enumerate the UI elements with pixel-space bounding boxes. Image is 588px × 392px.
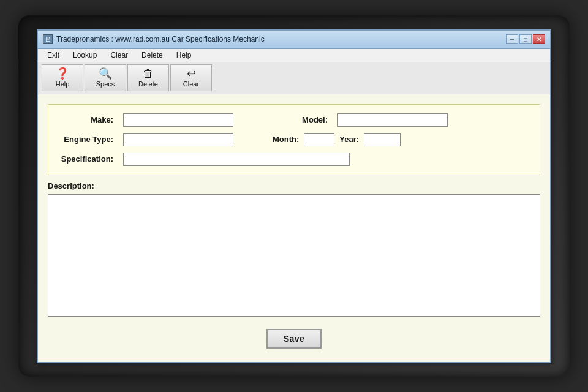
form-section: Make: Model: Engine Type: Month: Year: [48, 104, 540, 175]
description-section: Description: [48, 181, 540, 317]
application-window: 🖹 Tradepronamics : www.rad.com.au Car Sp… [37, 29, 551, 363]
close-button[interactable]: ✕ [533, 34, 545, 44]
menu-help[interactable]: Help [170, 49, 198, 61]
specification-input[interactable] [123, 153, 350, 166]
title-bar: 🖹 Tradepronamics : www.rad.com.au Car Sp… [38, 31, 550, 49]
clear-icon: ↩ [187, 68, 196, 79]
main-content: Make: Model: Engine Type: Month: Year: [38, 94, 550, 362]
delete-button[interactable]: 🗑 Delete [127, 64, 169, 91]
engine-type-label: Engine Type: [58, 135, 113, 144]
make-label: Make: [58, 115, 113, 124]
menu-lookup[interactable]: Lookup [66, 49, 104, 61]
spec-row: Specification: [58, 153, 530, 166]
title-bar-text: Tradepronamics : www.rad.com.au Car Spec… [56, 35, 506, 43]
bottom-bar: Save [48, 323, 540, 352]
screen-bezel: 🖹 Tradepronamics : www.rad.com.au Car Sp… [18, 15, 570, 377]
delete-label: Delete [138, 80, 158, 88]
title-bar-controls: ─ □ ✕ [506, 34, 545, 44]
specs-icon: 🔍 [99, 68, 112, 79]
year-label: Year: [339, 135, 359, 144]
make-model-row: Make: Model: [58, 113, 530, 127]
engine-type-input[interactable] [123, 133, 233, 146]
help-button[interactable]: ❓ Help [42, 64, 83, 91]
menu-clear[interactable]: Clear [104, 49, 135, 61]
month-year-group: Month: Year: [273, 133, 401, 146]
help-label: Help [56, 80, 70, 88]
engine-row: Engine Type: Month: Year: [58, 133, 530, 146]
delete-icon: 🗑 [143, 68, 154, 79]
description-textarea[interactable] [48, 194, 540, 317]
menu-exit[interactable]: Exit [40, 49, 66, 61]
save-button[interactable]: Save [266, 329, 322, 349]
specs-button[interactable]: 🔍 Specs [85, 64, 126, 91]
make-input[interactable] [123, 113, 233, 127]
clear-button[interactable]: ↩ Clear [170, 64, 212, 91]
year-input[interactable] [364, 133, 401, 146]
model-label: Model: [273, 115, 328, 124]
window-icon: 🖹 [43, 34, 53, 44]
menu-delete[interactable]: Delete [135, 49, 170, 61]
toolbar: ❓ Help 🔍 Specs 🗑 Delete ↩ Clear [38, 62, 550, 94]
description-label: Description: [48, 181, 540, 190]
specification-label: Specification: [58, 154, 113, 164]
menu-bar: Exit Lookup Clear Delete Help [38, 49, 550, 62]
month-label: Month: [273, 135, 299, 144]
maximize-button[interactable]: □ [519, 34, 532, 44]
help-icon: ❓ [56, 68, 69, 79]
specs-label: Specs [96, 80, 115, 88]
minimize-button[interactable]: ─ [506, 34, 518, 44]
model-input[interactable] [337, 113, 448, 127]
month-input[interactable] [304, 133, 334, 146]
clear-label: Clear [183, 80, 199, 88]
